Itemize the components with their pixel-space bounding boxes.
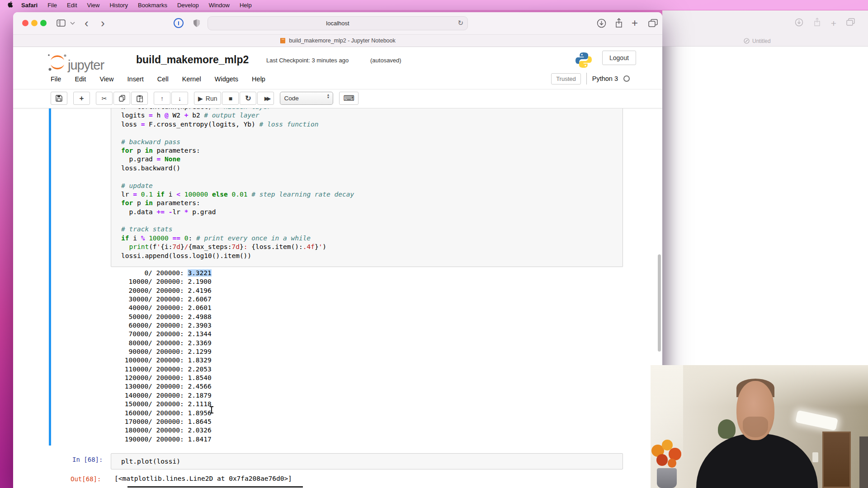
share-icon[interactable] bbox=[813, 18, 821, 28]
copy-cell-button[interactable] bbox=[113, 92, 130, 105]
minimize-window-button[interactable] bbox=[31, 20, 38, 26]
notebook-menu-item[interactable]: Insert bbox=[127, 75, 144, 83]
menubar-item[interactable]: Bookmarks bbox=[133, 2, 172, 9]
new-tab-icon[interactable]: + bbox=[632, 17, 638, 29]
room-corner bbox=[859, 436, 868, 488]
divider bbox=[586, 73, 587, 84]
output-line: 180000/ 200000: 2.0326 bbox=[121, 426, 212, 435]
plant bbox=[718, 419, 735, 439]
code-line: # update bbox=[121, 182, 623, 190]
jupyter-logo-text: jupyter bbox=[68, 59, 104, 72]
kernel-name: Python 3 bbox=[592, 75, 618, 82]
loss-value: 2.2053 bbox=[188, 366, 211, 373]
menubar-item[interactable]: Window bbox=[204, 2, 235, 9]
menubar-item[interactable]: History bbox=[104, 2, 132, 9]
new-tab-icon[interactable]: + bbox=[831, 19, 836, 28]
menubar-item[interactable]: Edit bbox=[62, 2, 82, 9]
reload-icon[interactable]: ↻ bbox=[458, 19, 463, 27]
move-cell-down-button[interactable]: ↓ bbox=[171, 92, 188, 105]
output-result: [<matplotlib.lines.Line2D at 0x7fa208ae7… bbox=[114, 475, 292, 482]
menubar-item[interactable]: View bbox=[82, 2, 105, 9]
code-line: lr = 0.1 if i < 100000 else 0.01 # step … bbox=[121, 190, 623, 199]
output-line: 60000/ 200000: 2.3903 bbox=[121, 321, 212, 330]
output-line: 30000/ 200000: 2.6067 bbox=[121, 295, 212, 304]
sidebar-icon[interactable] bbox=[57, 17, 66, 29]
notebook-menu-item[interactable]: Kernel bbox=[182, 75, 201, 83]
output-line: 170000/ 200000: 1.8645 bbox=[121, 418, 212, 426]
restart-run-all-button[interactable]: ▶▶ bbox=[257, 92, 274, 105]
trusted-badge[interactable]: Trusted bbox=[551, 73, 581, 84]
cell-output[interactable]: 0/ 200000: 3.3221 10000/ 200000: 2.1900 … bbox=[121, 269, 212, 444]
code-line: for p in parameters: bbox=[121, 199, 623, 207]
input-prompt: In [68]: bbox=[72, 456, 103, 463]
share-icon[interactable] bbox=[615, 17, 623, 29]
sidebar-chevron-icon[interactable] bbox=[70, 17, 75, 29]
forward-button[interactable]: › bbox=[101, 17, 105, 29]
download-icon[interactable] bbox=[795, 18, 803, 28]
text-cursor bbox=[209, 406, 214, 413]
menubar-item[interactable]: Help bbox=[235, 2, 257, 9]
extension-shield-icon[interactable] bbox=[193, 17, 200, 29]
output-line: 140000/ 200000: 2.1879 bbox=[121, 391, 212, 400]
interrupt-kernel-button[interactable]: ■ bbox=[222, 92, 239, 105]
restart-kernel-button[interactable]: ↻ bbox=[240, 92, 256, 105]
zoom-window-button[interactable] bbox=[40, 20, 47, 26]
notebook-menu-item[interactable]: Edit bbox=[75, 75, 86, 83]
output-line: 40000/ 200000: 2.0601 bbox=[121, 304, 212, 312]
scrollbar-thumb[interactable] bbox=[658, 254, 661, 352]
menubar-item[interactable]: Safari bbox=[16, 2, 42, 9]
loss-value: 2.1118 bbox=[188, 400, 211, 408]
room-door bbox=[822, 432, 851, 488]
code-line: lossi.append(loss.log10().item()) bbox=[121, 252, 623, 260]
address-bar[interactable]: localhost ↻ bbox=[208, 16, 468, 30]
code-editor[interactable]: h = torch.tanh(hpreact) # hidden layerlo… bbox=[111, 108, 623, 267]
output-line: 150000/ 200000: 2.1118 bbox=[121, 400, 212, 408]
cell-type-select[interactable]: Code ▲▼ bbox=[280, 92, 333, 105]
notebook-menu-item[interactable]: Widgets bbox=[215, 75, 238, 83]
loss-value: 2.1900 bbox=[188, 278, 211, 285]
downloads-icon[interactable] bbox=[597, 17, 606, 29]
safari-tab[interactable]: build_makemore_mlp2 - Jupyter Notebook bbox=[13, 34, 662, 47]
menubar-item[interactable]: Develop bbox=[172, 2, 204, 9]
code-line: logits = h @ W2 + b2 # output layer bbox=[121, 111, 623, 120]
command-palette-button[interactable]: ⌨ bbox=[339, 92, 359, 105]
output-line: 50000/ 200000: 2.4988 bbox=[121, 313, 212, 321]
jupyter-logo[interactable]: jupyter bbox=[47, 53, 104, 72]
tab-overview-icon[interactable] bbox=[846, 18, 855, 28]
output-line: 190000/ 200000: 1.8417 bbox=[121, 435, 212, 444]
notebook-title[interactable]: build_makemore_mlp2 bbox=[136, 54, 249, 66]
tab-title: build_makemore_mlp2 - Jupyter Notebook bbox=[289, 38, 396, 44]
select-stepper-icon: ▲▼ bbox=[327, 94, 330, 99]
autosave-status: (autosaved) bbox=[370, 57, 401, 64]
output-line: 130000/ 200000: 2.4566 bbox=[121, 382, 212, 391]
run-button[interactable]: ▶ Run bbox=[194, 92, 221, 105]
output-line: 10000/ 200000: 2.1900 bbox=[121, 277, 212, 286]
notebook-menu-item[interactable]: View bbox=[99, 75, 113, 83]
logout-button[interactable]: Logout bbox=[602, 51, 636, 65]
paste-cell-button[interactable] bbox=[131, 92, 148, 105]
extension-1password-icon[interactable] bbox=[174, 17, 184, 29]
add-cell-button[interactable]: + bbox=[73, 92, 90, 105]
light-switch bbox=[812, 452, 818, 462]
notebook-menu-item[interactable]: Cell bbox=[157, 75, 169, 83]
close-window-button[interactable] bbox=[22, 20, 28, 26]
menubar-item[interactable]: File bbox=[42, 2, 62, 9]
background-window-tab[interactable]: Untitled bbox=[662, 36, 868, 47]
save-button[interactable] bbox=[51, 92, 67, 105]
code-line bbox=[121, 129, 623, 137]
apple-menu-icon[interactable] bbox=[5, 1, 16, 9]
notebook-menu-item[interactable]: File bbox=[51, 75, 61, 83]
output-line: 160000/ 200000: 1.8956 bbox=[121, 409, 212, 418]
webcam-overlay bbox=[651, 365, 868, 488]
code-editor[interactable]: plt.plot(lossi) bbox=[111, 453, 623, 469]
cut-cell-button[interactable]: ✂ bbox=[96, 92, 113, 105]
move-cell-up-button[interactable]: ↑ bbox=[154, 92, 170, 105]
output-line: 70000/ 200000: 2.1344 bbox=[121, 330, 212, 338]
jupyter-notebook: jupyter build_makemore_mlp2 Last Checkpo… bbox=[13, 47, 662, 488]
background-tab-title: Untitled bbox=[752, 38, 771, 44]
back-button[interactable]: ‹ bbox=[85, 17, 89, 29]
checkpoint-status: Last Checkpoint: 3 minutes ago bbox=[266, 57, 349, 64]
notebook-menu-item[interactable]: Help bbox=[252, 75, 265, 83]
loss-value: 2.3903 bbox=[188, 322, 211, 329]
tab-overview-icon[interactable] bbox=[648, 17, 658, 29]
